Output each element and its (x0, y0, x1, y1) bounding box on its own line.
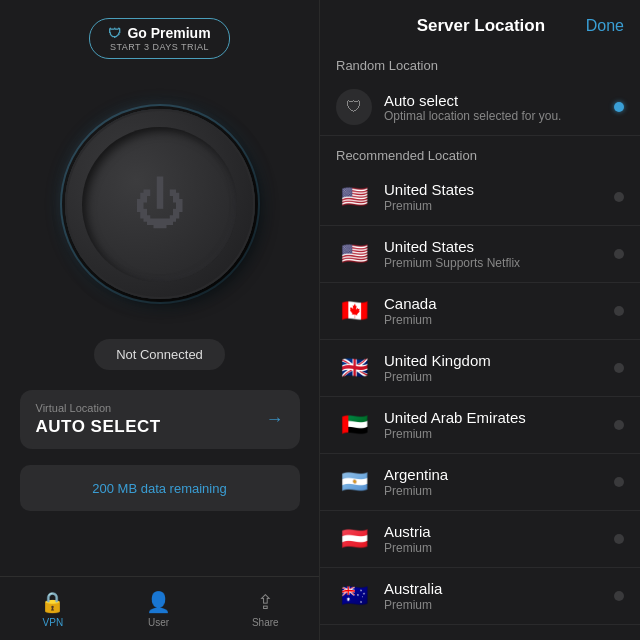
auto-select-item[interactable]: 🛡 Auto select Optimal location selected … (320, 79, 640, 136)
data-remaining-box: 200 MB data remaining (20, 465, 300, 511)
server-item-ar[interactable]: 🇦🇷 Argentina Premium (320, 454, 640, 511)
server-dot-us2 (614, 249, 624, 259)
recommended-location-section: Recommended Location (320, 136, 640, 169)
nav-user-label: User (148, 617, 169, 628)
arrow-right-icon: → (266, 409, 284, 430)
virtual-location-label: Virtual Location (36, 402, 161, 414)
flag-us2: 🇺🇸 (336, 236, 372, 272)
nav-vpn-label: VPN (43, 617, 64, 628)
server-sub-us2: Premium Supports Netflix (384, 256, 614, 270)
random-location-section: Random Location (320, 46, 640, 79)
connection-status-badge: Not Connected (94, 339, 225, 370)
server-name-ca: Canada (384, 295, 614, 312)
server-sub-gb: Premium (384, 370, 614, 384)
shield-icon: 🛡 (108, 26, 121, 41)
server-info-us2: United States Premium Supports Netflix (384, 238, 614, 270)
server-info-au: Australia Premium (384, 580, 614, 612)
share-icon: ⇪ (257, 590, 274, 614)
bottom-navigation: 🔒 VPN 👤 User ⇪ Share (0, 576, 319, 640)
flag-us1: 🇺🇸 (336, 179, 372, 215)
user-icon: 👤 (146, 590, 171, 614)
server-sub-ae: Premium (384, 427, 614, 441)
virtual-location-value: AUTO SELECT (36, 417, 161, 437)
server-info-us1: United States Premium (384, 181, 614, 213)
vpn-panel: 🛡 Go Premium START 3 DAYS TRIAL ⏻ Not Co… (0, 0, 320, 640)
go-premium-button[interactable]: 🛡 Go Premium START 3 DAYS TRIAL (89, 18, 229, 59)
server-name-at: Austria (384, 523, 614, 540)
server-item-us2[interactable]: 🇺🇸 United States Premium Supports Netfli… (320, 226, 640, 283)
server-item-ae[interactable]: 🇦🇪 United Arab Emirates Premium (320, 397, 640, 454)
server-dot-at (614, 534, 624, 544)
premium-label: Go Premium (127, 25, 210, 41)
server-sub-at: Premium (384, 541, 614, 555)
flag-at: 🇦🇹 (336, 521, 372, 557)
server-sub-ca: Premium (384, 313, 614, 327)
server-name-gb: United Kingdom (384, 352, 614, 369)
auto-select-name: Auto select (384, 92, 614, 109)
server-sub-au: Premium (384, 598, 614, 612)
nav-vpn[interactable]: 🔒 VPN (40, 590, 65, 628)
premium-sublabel: START 3 DAYS TRIAL (110, 42, 209, 52)
auto-select-info: Auto select Optimal location selected fo… (384, 92, 614, 123)
server-location-panel: Server Location Done Random Location 🛡 A… (320, 0, 640, 640)
done-button[interactable]: Done (586, 17, 624, 35)
flag-ca: 🇨🇦 (336, 293, 372, 329)
nav-user[interactable]: 👤 User (146, 590, 171, 628)
server-dot-ar (614, 477, 624, 487)
connection-status-text: Not Connected (116, 347, 203, 362)
server-dot-ae (614, 420, 624, 430)
virtual-location-selector[interactable]: Virtual Location AUTO SELECT → (20, 390, 300, 449)
server-dot-au (614, 591, 624, 601)
flag-gb: 🇬🇧 (336, 350, 372, 386)
power-button[interactable]: ⏻ (65, 109, 255, 299)
server-item-gb[interactable]: 🇬🇧 United Kingdom Premium (320, 340, 640, 397)
power-button-container: ⏻ (65, 109, 255, 299)
auto-select-dot (614, 102, 624, 112)
server-item-au[interactable]: 🇦🇺 Australia Premium (320, 568, 640, 625)
server-dot-ca (614, 306, 624, 316)
server-name-ae: United Arab Emirates (384, 409, 614, 426)
server-info-gb: United Kingdom Premium (384, 352, 614, 384)
nav-share[interactable]: ⇪ Share (252, 590, 279, 628)
data-remaining-text: 200 MB data remaining (92, 481, 226, 496)
auto-select-icon: 🛡 (336, 89, 372, 125)
server-name-us1: United States (384, 181, 614, 198)
server-list: Random Location 🛡 Auto select Optimal lo… (320, 46, 640, 640)
server-sub-us1: Premium (384, 199, 614, 213)
flag-ar: 🇦🇷 (336, 464, 372, 500)
lock-icon: 🔒 (40, 590, 65, 614)
server-dot-gb (614, 363, 624, 373)
server-name-ar: Argentina (384, 466, 614, 483)
server-sub-ar: Premium (384, 484, 614, 498)
server-item-ca[interactable]: 🇨🇦 Canada Premium (320, 283, 640, 340)
auto-select-sub: Optimal location selected for you. (384, 109, 614, 123)
server-info-ar: Argentina Premium (384, 466, 614, 498)
power-icon: ⏻ (134, 178, 186, 230)
flag-ae: 🇦🇪 (336, 407, 372, 443)
server-info-at: Austria Premium (384, 523, 614, 555)
nav-share-label: Share (252, 617, 279, 628)
server-name-us2: United States (384, 238, 614, 255)
server-item-us1[interactable]: 🇺🇸 United States Premium (320, 169, 640, 226)
panel-title: Server Location (376, 16, 586, 36)
server-name-au: Australia (384, 580, 614, 597)
flag-au: 🇦🇺 (336, 578, 372, 614)
server-item-at[interactable]: 🇦🇹 Austria Premium (320, 511, 640, 568)
server-info-ca: Canada Premium (384, 295, 614, 327)
panel-header: Server Location Done (320, 0, 640, 46)
server-dot-us1 (614, 192, 624, 202)
server-info-ae: United Arab Emirates Premium (384, 409, 614, 441)
power-inner: ⏻ (82, 127, 237, 282)
